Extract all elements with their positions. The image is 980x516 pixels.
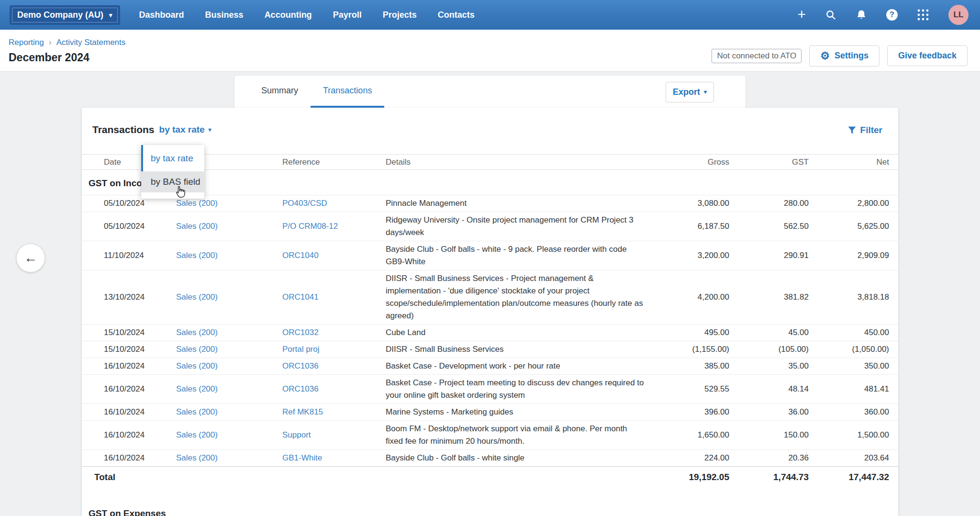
cell-details: Pinnacle Management [386, 197, 668, 210]
cell-net: 3,818.18 [809, 291, 889, 303]
cell-gross: 3,080.00 [668, 197, 729, 210]
settings-button[interactable]: ⚙ Settings [809, 45, 880, 67]
notifications-bell-icon[interactable] [856, 9, 867, 21]
cell-reference-link[interactable]: PO403/CSD [282, 197, 386, 210]
cell-account-link[interactable]: Sales (200) [176, 343, 282, 356]
page-header-actions: Not connected to ATO ⚙ Settings Give fee… [712, 40, 968, 71]
nav-item-dashboard[interactable]: Dashboard [139, 10, 184, 20]
nav-item-contacts[interactable]: Contacts [438, 10, 475, 20]
cell-reference-link[interactable]: Support [282, 429, 386, 441]
nav-item-payroll[interactable]: Payroll [333, 10, 362, 20]
column-header-net: Net [809, 157, 889, 167]
cell-gross: 6,187.50 [668, 220, 729, 233]
cell-gross: 3,200.00 [668, 249, 729, 262]
column-header-gross: Gross [668, 157, 729, 167]
cell-reference-link[interactable]: ORC1040 [282, 249, 386, 262]
cell-account-link[interactable]: Sales (200) [176, 429, 282, 441]
cell-date: 15/10/2024 [104, 343, 176, 356]
export-button[interactable]: Export ▾ [666, 82, 714, 102]
cell-net: 203.64 [809, 452, 889, 464]
cell-reference-link[interactable]: P/O CRM08-12 [282, 220, 386, 233]
cell-date: 15/10/2024 [104, 326, 176, 339]
cell-net: 350.00 [809, 360, 889, 372]
gear-icon: ⚙ [820, 51, 830, 61]
table-row: 16/10/2024Sales (200)ORC1036Basket Case … [82, 374, 898, 404]
tab-summary[interactable]: Summary [249, 76, 311, 108]
breadcrumb-separator-icon: › [49, 37, 52, 47]
top-nav-bar: Demo Company (AU) ▾ DashboardBusinessAcc… [0, 0, 980, 30]
table-row: 05/10/2024Sales (200)PO403/CSDPinnacle M… [82, 195, 898, 212]
chevron-down-icon: ▾ [704, 89, 707, 95]
cell-account-link[interactable]: Sales (200) [176, 452, 282, 464]
column-header-reference: Reference [282, 157, 386, 167]
cell-date: 11/10/2024 [104, 249, 176, 262]
tab-transactions[interactable]: Transactions [311, 76, 384, 108]
cell-account-link[interactable]: Sales (200) [176, 291, 282, 303]
cell-gst: 381.82 [729, 291, 809, 303]
cell-account-link[interactable]: Sales (200) [176, 383, 282, 395]
cell-reference-link[interactable]: ORC1036 [282, 360, 386, 372]
cell-reference-link[interactable]: Ref MK815 [282, 406, 386, 418]
user-avatar[interactable]: LL [948, 5, 969, 25]
cell-net: 2,800.00 [809, 197, 889, 210]
cell-reference-link[interactable]: ORC1036 [282, 383, 386, 395]
cell-gst: 35.00 [729, 360, 809, 372]
cell-account-link[interactable]: Sales (200) [176, 197, 282, 210]
total-label: Total [94, 472, 668, 482]
page-header-left: Reporting › Activity Statements December… [9, 37, 125, 71]
cell-reference-link[interactable]: GB1-White [282, 452, 386, 464]
cell-details: Basket Case - Development work - per hou… [386, 360, 668, 372]
column-header-gst: GST [729, 157, 809, 167]
nav-item-projects[interactable]: Projects [383, 10, 417, 20]
cell-details: Basket Case - Project team meeting to di… [386, 377, 668, 402]
table-row: 05/10/2024Sales (200)P/O CRM08-12Ridgewa… [82, 212, 898, 241]
company-selector[interactable]: Demo Company (AU) ▾ [10, 5, 120, 25]
cell-date: 16/10/2024 [104, 383, 176, 395]
cell-date: 16/10/2024 [104, 360, 176, 372]
table-row: 13/10/2024Sales (200)ORC1041DIISR - Smal… [82, 270, 898, 324]
cell-gst: 150.00 [729, 429, 809, 441]
dropdown-option-by-bas-field[interactable]: by BAS field [141, 171, 204, 192]
help-icon[interactable]: ? [886, 9, 898, 21]
cell-date: 16/10/2024 [104, 406, 176, 418]
chevron-down-icon: ▾ [209, 126, 212, 133]
cell-gross: (1,155.00) [668, 343, 729, 356]
back-button[interactable]: ← [16, 244, 45, 272]
cell-reference-link[interactable]: Portal proj [282, 343, 386, 356]
breadcrumb-reporting[interactable]: Reporting [9, 38, 44, 47]
total-net: 17,447.32 [809, 472, 889, 482]
nav-item-business[interactable]: Business [205, 10, 244, 20]
tab-bar-card: Summary Transactions Export ▾ [234, 76, 746, 108]
dropdown-option-by-tax-rate[interactable]: by tax rate [141, 145, 204, 171]
filter-button[interactable]: Filter [848, 125, 882, 135]
search-icon[interactable] [825, 9, 836, 21]
cell-gst: 48.14 [729, 383, 809, 395]
column-header-details: Details [386, 157, 668, 167]
cell-account-link[interactable]: Sales (200) [176, 326, 282, 339]
cell-details: Ridgeway University - Onsite project man… [386, 214, 668, 239]
cell-date: 13/10/2024 [104, 291, 176, 303]
cell-gross: 529.55 [668, 383, 729, 395]
breadcrumb-activity-statements[interactable]: Activity Statements [56, 38, 126, 47]
cell-reference-link[interactable]: ORC1032 [282, 326, 386, 339]
table-row: 16/10/2024Sales (200)Ref MK815Marine Sys… [82, 404, 898, 420]
cell-account-link[interactable]: Sales (200) [176, 220, 282, 233]
give-feedback-button[interactable]: Give feedback [887, 45, 968, 66]
cell-account-link[interactable]: Sales (200) [176, 406, 282, 418]
cell-reference-link[interactable]: ORC1041 [282, 291, 386, 303]
apps-grid-icon[interactable] [917, 9, 929, 21]
chevron-down-icon: ▾ [109, 12, 112, 18]
page-title: December 2024 [9, 51, 125, 64]
cell-net: 2,909.09 [809, 249, 889, 262]
table-section: GST on Income05/10/2024Sales (200)PO403/… [82, 170, 898, 488]
cell-account-link[interactable]: Sales (200) [176, 249, 282, 262]
cell-details: Boom FM - Desktop/network support via em… [386, 423, 668, 448]
nav-item-accounting[interactable]: Accounting [265, 10, 312, 20]
cell-details: DIISR - Small Business Services [386, 343, 668, 356]
view-mode-selector[interactable]: by tax rate ▾ [159, 124, 212, 135]
cell-gross: 495.00 [668, 326, 729, 339]
total-gross: 19,192.05 [668, 472, 729, 482]
cell-account-link[interactable]: Sales (200) [176, 360, 282, 372]
plus-icon[interactable]: + [797, 7, 806, 22]
report-title: Transactions [92, 124, 155, 135]
